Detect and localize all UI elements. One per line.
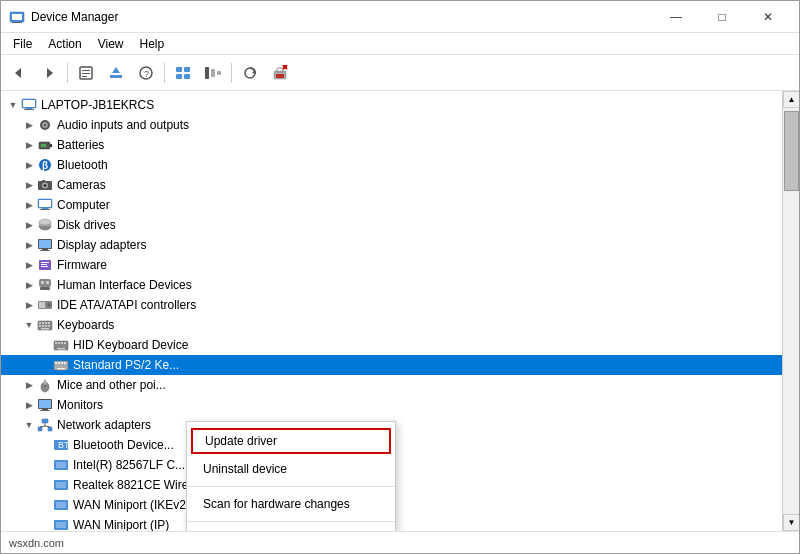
network-expand[interactable]: ▼: [21, 417, 37, 433]
menu-file[interactable]: File: [5, 35, 40, 53]
device-tree[interactable]: ▼ LAPTOP-JB1EKRCS ▶: [1, 91, 782, 531]
audio-expand[interactable]: ▶: [21, 117, 37, 133]
properties-button[interactable]: [72, 59, 100, 87]
show-by-type-button[interactable]: [169, 59, 197, 87]
vertical-scrollbar[interactable]: ▲ ▼: [782, 91, 799, 531]
tree-item-ps2-keyboard[interactable]: ▶ Standard PS/2 Ke...: [1, 355, 782, 375]
svg-rect-8: [82, 73, 90, 74]
root-expand-icon[interactable]: ▼: [5, 97, 21, 113]
maximize-button[interactable]: □: [699, 1, 745, 33]
svg-point-43: [44, 184, 47, 187]
svg-rect-37: [50, 144, 52, 147]
svg-line-102: [45, 426, 50, 427]
disk-label: Disk drives: [57, 218, 116, 232]
tree-item-computer[interactable]: ▶ Computer: [1, 195, 782, 215]
bluetooth-expand[interactable]: ▶: [21, 157, 37, 173]
tree-item-mice[interactable]: ▶ Mice and other poi...: [1, 375, 782, 395]
svg-rect-18: [205, 67, 209, 79]
svg-rect-78: [55, 342, 57, 344]
scroll-up-button[interactable]: ▲: [783, 91, 799, 108]
mice-expand[interactable]: ▶: [21, 377, 37, 393]
back-button[interactable]: [5, 59, 33, 87]
svg-rect-91: [43, 381, 47, 385]
svg-rect-85: [58, 362, 60, 364]
menu-bar: File Action View Help: [1, 33, 799, 55]
audio-icon: [37, 117, 53, 133]
svg-rect-57: [41, 262, 49, 263]
svg-rect-3: [12, 22, 22, 23]
wan-ikev2-label: WAN Miniport (IKEv2): [73, 498, 190, 512]
minimize-button[interactable]: —: [653, 1, 699, 33]
svg-rect-68: [39, 322, 41, 324]
tree-item-keyboards[interactable]: ▼ Keyboards: [1, 315, 782, 335]
svg-rect-58: [41, 264, 47, 265]
tree-root[interactable]: ▼ LAPTOP-JB1EKRCS: [1, 95, 782, 115]
ide-expand[interactable]: ▶: [21, 297, 37, 313]
svg-point-66: [47, 303, 51, 307]
svg-rect-17: [184, 74, 190, 79]
mice-icon: [37, 377, 53, 393]
firmware-label: Firmware: [57, 258, 107, 272]
hid-expand[interactable]: ▶: [21, 277, 37, 293]
close-button[interactable]: ✕: [745, 1, 791, 33]
svg-text:BT: BT: [58, 440, 69, 450]
firmware-expand[interactable]: ▶: [21, 257, 37, 273]
tree-item-ide[interactable]: ▶ IDE ATA/ATAPI controllers: [1, 295, 782, 315]
ctx-separator-2: [187, 521, 395, 522]
svg-rect-59: [41, 266, 48, 267]
svg-rect-9: [82, 76, 87, 77]
network-label: Network adapters: [57, 418, 151, 432]
device-manager-window: Device Manager — □ ✕ File Action View He…: [0, 0, 800, 554]
help-button[interactable]: ?: [132, 59, 160, 87]
ide-label: IDE ATA/ATAPI controllers: [57, 298, 196, 312]
disk-expand[interactable]: ▶: [21, 217, 37, 233]
ctx-properties[interactable]: Properties: [187, 526, 395, 531]
svg-rect-30: [23, 100, 35, 107]
ctx-uninstall-device[interactable]: Uninstall device: [187, 456, 395, 482]
computer-expand[interactable]: ▶: [21, 197, 37, 213]
display-expand[interactable]: ▶: [21, 237, 37, 253]
ctx-scan-hardware[interactable]: Scan for hardware changes: [187, 491, 395, 517]
separator-2: [164, 63, 165, 83]
bluetooth-label: Bluetooth: [57, 158, 108, 172]
show-by-connection-button[interactable]: [199, 59, 227, 87]
realtek-icon: [53, 477, 69, 493]
tree-item-disk[interactable]: ▶ Disk drives: [1, 215, 782, 235]
scroll-down-button[interactable]: ▼: [783, 514, 799, 531]
keyboards-expand[interactable]: ▼: [21, 317, 37, 333]
batteries-expand[interactable]: ▶: [21, 137, 37, 153]
svg-rect-61: [41, 281, 44, 284]
cameras-expand[interactable]: ▶: [21, 177, 37, 193]
tree-item-display[interactable]: ▶ Display adapters: [1, 235, 782, 255]
svg-rect-70: [45, 322, 47, 324]
tree-item-monitors[interactable]: ▶ Monitors: [1, 395, 782, 415]
uninstall-button[interactable]: [266, 59, 294, 87]
tree-item-audio[interactable]: ▶ Audio inputs and outputs: [1, 115, 782, 135]
tree-item-hid[interactable]: ▶ Human Interface Devices: [1, 275, 782, 295]
tree-item-hid-keyboard[interactable]: ▶ HID Keyboard Device: [1, 335, 782, 355]
menu-help[interactable]: Help: [132, 35, 173, 53]
svg-point-35: [44, 124, 46, 126]
svg-rect-20: [217, 71, 221, 75]
tree-item-bluetooth[interactable]: ▶ β Bluetooth: [1, 155, 782, 175]
wan-ip-icon: [53, 517, 69, 531]
svg-rect-94: [39, 400, 51, 408]
svg-text:?: ?: [144, 69, 149, 79]
intel-icon: [53, 457, 69, 473]
svg-rect-108: [56, 482, 66, 488]
update-driver-button[interactable]: [102, 59, 130, 87]
forward-button[interactable]: [35, 59, 63, 87]
monitors-icon: [37, 397, 53, 413]
scroll-thumb[interactable]: [784, 111, 799, 191]
batteries-icon: [37, 137, 53, 153]
tree-item-batteries[interactable]: ▶ Batteries: [1, 135, 782, 155]
tree-item-firmware[interactable]: ▶ Firmware: [1, 255, 782, 275]
menu-action[interactable]: Action: [40, 35, 89, 53]
ctx-update-driver[interactable]: Update driver: [191, 428, 391, 454]
scan-changes-button[interactable]: [236, 59, 264, 87]
menu-view[interactable]: View: [90, 35, 132, 53]
monitors-expand[interactable]: ▶: [21, 397, 37, 413]
tree-item-cameras[interactable]: ▶ Cameras: [1, 175, 782, 195]
cameras-icon: [37, 177, 53, 193]
separator-3: [231, 63, 232, 83]
